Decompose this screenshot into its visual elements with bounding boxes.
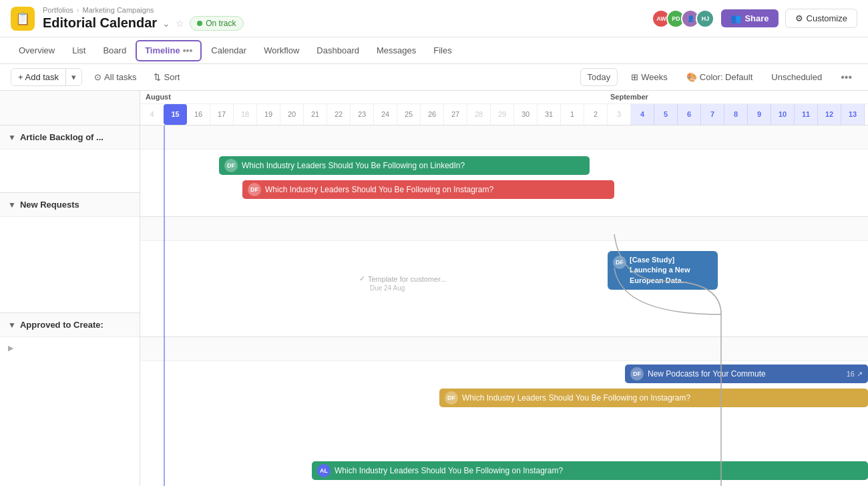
task-bar-instagram-approved[interactable]: DF Which Industry Leaders Should You Be … — [439, 389, 868, 407]
breadcrumb-marketing[interactable]: Marketing Campaigns — [83, 6, 154, 14]
status-text: On track — [206, 19, 236, 28]
article-backlog-title: Article Backlog of ... — [20, 132, 103, 142]
timeline-dots-icon[interactable]: ••• — [183, 45, 193, 56]
day-24: 24 — [374, 104, 397, 125]
task-avatar-df-2: DF — [248, 183, 261, 196]
task-avatar-df-1: DF — [224, 159, 238, 172]
task-instagram-backlog-text: Which Industry Leaders Should You Be Fol… — [265, 185, 493, 194]
tl-section-approved: DF New Podcasts for Your Commute 16 ↗ DF… — [140, 337, 868, 486]
tab-files[interactable]: Files — [425, 41, 459, 59]
section-label-article-backlog: ▼ Article Backlog of ... — [0, 126, 140, 193]
day-row: 4 15 16 17 18 19 20 21 22 23 24 25 26 27… — [140, 104, 868, 125]
connector-line — [140, 241, 868, 336]
tab-board[interactable]: Board — [95, 41, 134, 59]
task-avatar-al: AL — [317, 464, 331, 477]
approved-toggle[interactable]: ▼ — [8, 320, 16, 330]
day-sep-10: 10 — [771, 104, 795, 125]
customize-icon: ⚙ — [795, 13, 803, 23]
filter-icon: ⊙ — [94, 72, 101, 82]
tab-workflow[interactable]: Workflow — [256, 41, 307, 59]
sort-button[interactable]: ⇅ Sort — [148, 69, 185, 85]
article-backlog-toggle[interactable]: ▼ — [8, 133, 16, 142]
day-sep-1: 1 — [561, 104, 584, 125]
task-instagram-approved-text: Which Industry Leaders Should You Be Fol… — [462, 393, 690, 403]
title-star-icon[interactable]: ☆ — [176, 18, 184, 29]
add-task-button[interactable]: + Add task — [11, 69, 66, 85]
day-17: 17 — [210, 104, 234, 125]
customize-label: Customize — [807, 13, 847, 23]
task-avatar-df-pod: DF — [630, 367, 644, 381]
day-30: 30 — [514, 104, 537, 125]
day-sep-4: 4 — [631, 104, 654, 125]
breadcrumb: Portfolios › Marketing Campaigns — [43, 6, 244, 14]
august-label: August — [146, 93, 171, 101]
new-requests-toggle[interactable]: ▼ — [8, 200, 16, 210]
day-15-today: 15 — [164, 104, 187, 125]
tab-overview[interactable]: Overview — [11, 41, 63, 59]
sort-icon: ⇅ — [154, 72, 161, 82]
ghost-template-task[interactable]: ✓ Template for customer... Due 24 Aug — [359, 274, 446, 292]
day-sep-11: 11 — [795, 104, 818, 125]
today-button[interactable]: Today — [580, 68, 618, 86]
tl-section-new-requests: ✓ Template for customer... Due 24 Aug DF… — [140, 217, 868, 337]
unscheduled-button[interactable]: Unscheduled — [766, 69, 827, 85]
day-sep-12: 12 — [818, 104, 841, 125]
add-task-dropdown-button[interactable]: ▾ — [66, 69, 81, 85]
tab-list[interactable]: List — [64, 41, 93, 59]
september-label: September — [610, 93, 648, 101]
day-4: 4 — [140, 104, 164, 125]
status-badge[interactable]: On track — [190, 16, 243, 31]
app-logo[interactable]: 📋 — [11, 7, 35, 31]
new-requests-title: New Requests — [20, 200, 79, 210]
day-20: 20 — [280, 104, 304, 125]
breadcrumb-portfolios[interactable]: Portfolios — [43, 6, 73, 14]
task-bar-instagram-al[interactable]: AL Which Industry Leaders Should You Be … — [312, 461, 868, 480]
day-18: 18 — [234, 104, 257, 125]
task-avatar-df-insta: DF — [445, 391, 458, 405]
tab-messages[interactable]: Messages — [369, 41, 424, 59]
template-due-text: Due 24 Aug — [359, 284, 446, 292]
header: 📋 Portfolios › Marketing Campaigns Edito… — [0, 0, 868, 37]
day-23: 23 — [351, 104, 374, 125]
title-dropdown-icon[interactable]: ⌄ — [162, 18, 170, 29]
task-bar-linkedin[interactable]: DF Which Industry Leaders Should You Be … — [219, 156, 590, 175]
task-podcasts-text: New Podcasts for Your Commute — [648, 369, 843, 379]
task-bar-instagram-backlog[interactable]: DF Which Industry Leaders Should You Be … — [242, 180, 614, 199]
day-29: 29 — [491, 104, 514, 125]
timeline-area: ▼ Article Backlog of ... ▼ New Requests … — [0, 91, 868, 486]
day-25: 25 — [397, 104, 421, 125]
day-sep-6: 6 — [678, 104, 701, 125]
timeline-scroll: August September 4 15 16 17 18 19 20 21 … — [140, 91, 868, 486]
task-avatar-df-case: DF — [613, 256, 626, 269]
task-linkedin-text: Which Industry Leaders Should You Be Fol… — [242, 161, 465, 170]
status-dot — [197, 21, 202, 26]
toolbar-more-button[interactable]: ••• — [835, 68, 857, 87]
avatar-hj[interactable]: HJ — [696, 9, 714, 28]
day-sep-13: 13 — [841, 104, 865, 125]
task-instagram-al-text: Which Industry Leaders Should You Be Fol… — [335, 466, 563, 475]
tab-dashboard[interactable]: Dashboard — [308, 41, 367, 59]
tab-calendar[interactable]: Calendar — [203, 41, 254, 59]
day-28: 28 — [467, 104, 491, 125]
tl-section-article-backlog: DF Which Industry Leaders Should You Be … — [140, 126, 868, 217]
all-tasks-button[interactable]: ⊙ All tasks — [89, 69, 142, 85]
section-label-approved: ▼ Approved to Create: ▶ — [0, 313, 140, 486]
avatar-group: AW PD 👤 HJ — [652, 9, 714, 28]
day-16: 16 — [187, 104, 210, 125]
tab-timeline[interactable]: Timeline ••• — [136, 40, 202, 61]
task-card-case-study[interactable]: DF [Case Study] Launching a New European… — [608, 251, 718, 290]
day-31: 31 — [537, 104, 561, 125]
customize-button[interactable]: ⚙ Customize — [785, 9, 857, 28]
day-19: 19 — [257, 104, 280, 125]
timeline-body: DF Which Industry Leaders Should You Be … — [140, 126, 868, 486]
template-task-text: Template for customer... — [368, 275, 446, 283]
day-sep-9: 9 — [748, 104, 771, 125]
row-labels: ▼ Article Backlog of ... ▼ New Requests … — [0, 91, 140, 486]
task-bar-podcasts[interactable]: DF New Podcasts for Your Commute 16 ↗ — [625, 364, 868, 383]
weeks-button[interactable]: ⊞ Weeks — [626, 69, 673, 85]
check-icon: ✓ — [359, 274, 365, 283]
color-button[interactable]: 🎨 Color: Default — [681, 69, 758, 85]
approved-expand-icon[interactable]: ▶ — [8, 344, 13, 352]
share-button[interactable]: 👥 Share — [721, 9, 778, 27]
nav-tabs: Overview List Board Timeline ••• Calenda… — [0, 37, 868, 64]
